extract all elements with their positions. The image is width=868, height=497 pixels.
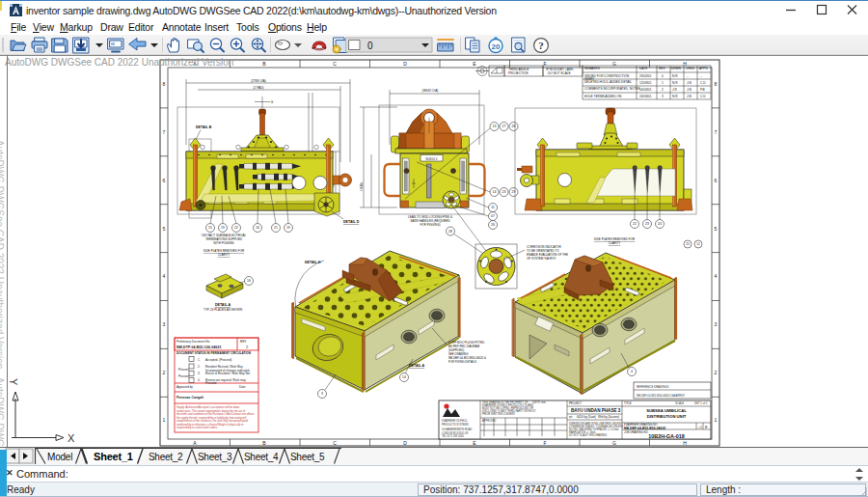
svg-text:C: C: [333, 440, 337, 446]
svg-text:Revise & Resubmit. Work May No: Revise & Resubmit. Work May Not: [205, 372, 250, 375]
svg-text:responsibility or control work: responsibility or control work orders.: [176, 426, 218, 429]
svg-text:C: C: [333, 61, 337, 67]
svg-text:Petronas Carigali: Petronas Carigali: [176, 396, 203, 400]
svg-text:CLARITY: CLARITY: [609, 241, 621, 245]
svg-text:TEL 0171 339 1000: TEL 0171 339 1000: [442, 434, 464, 438]
svg-text:FOR PIGGING): FOR PIGGING): [420, 223, 441, 227]
svg-text:TYP. 24 PLACES AS SHOWN: TYP. 24 PLACES AS SHOWN: [203, 308, 242, 312]
svg-text:5: 5: [715, 226, 718, 232]
svg-text:DETAIL A: DETAIL A: [409, 364, 425, 368]
svg-text:NB-DBF-04-B52-B56-04620 GA ARR: NB-DBF-04-B52-B56-04620 GA ARRGT: [637, 394, 685, 398]
svg-text:22: 22: [234, 226, 238, 230]
svg-text:1.: 1.: [198, 358, 201, 362]
svg-text:7: 7: [715, 129, 718, 135]
svg-text:WITH PIGGING: WITH PIGGING: [213, 241, 234, 245]
svg-text:REFERENCE DRAWINGS: REFERENCE DRAWINGS: [637, 385, 668, 389]
svg-text:1: 1: [662, 81, 664, 85]
svg-text:15: 15: [208, 226, 212, 230]
svg-text:14/03/01: 14/03/01: [639, 88, 652, 92]
svg-text:Sheet_1: Sheet_1: [94, 451, 133, 462]
svg-text:H648±: H648±: [360, 181, 364, 190]
svg-text:DETAIL A: DETAIL A: [215, 303, 231, 307]
svg-text:6410 kg (3=wt): 6410 kg (3=wt): [577, 415, 596, 419]
svg-text:APPD: APPD: [699, 67, 708, 70]
svg-text:23: 23: [502, 190, 506, 194]
svg-text:DRWN: DRWN: [671, 67, 682, 70]
svg-text:27: 27: [502, 124, 506, 128]
svg-text:Wtd kg (3=conn): Wtd kg (3=conn): [598, 415, 619, 419]
svg-text:J.R: J.R: [672, 88, 677, 92]
svg-text:16: 16: [247, 279, 251, 283]
svg-text:7: 7: [163, 129, 166, 135]
svg-text:DATE: DATE: [639, 67, 647, 70]
svg-text:LONDON W14 8UD UK: LONDON W14 8UD UK: [442, 431, 469, 435]
svg-text:1: 1: [163, 417, 166, 423]
svg-text:12/03/01: 12/03/01: [639, 81, 652, 85]
svg-text:3: 3: [321, 392, 323, 396]
svg-text:Accepted. (Proceed): Accepted. (Proceed): [205, 358, 231, 362]
svg-text:(2768 O/A): (2768 O/A): [251, 79, 266, 83]
svg-text:24: 24: [658, 222, 662, 226]
svg-text:?: ?: [538, 40, 544, 51]
svg-text:C.D: C.D: [700, 95, 706, 98]
svg-text:G: G: [612, 440, 616, 446]
svg-text:Approved by: Approved by: [176, 385, 193, 389]
svg-text:25: 25: [686, 242, 690, 246]
svg-text:J.N: J.N: [687, 95, 692, 98]
svg-text:07: 07: [491, 214, 495, 218]
svg-text:review parts. This review requ: review parts. This review requirements d…: [176, 409, 245, 413]
svg-text:Supply: Authorized Acceptor's: Supply: Authorized Acceptor's acceptance…: [176, 405, 240, 409]
svg-text:combined by or otherwise, a th: combined by or otherwise, a thorou/Weigh…: [176, 423, 244, 427]
svg-text:14: 14: [402, 375, 406, 379]
svg-text:REV: REV: [659, 67, 665, 70]
svg-text:20: 20: [492, 42, 501, 51]
svg-text:PRODUCTS SYSTEMS: PRODUCTS SYSTEMS: [442, 423, 469, 427]
svg-text:0: 0: [662, 74, 664, 78]
svg-text:Proceed: Proceed: [178, 374, 190, 378]
svg-text:3: 3: [163, 321, 166, 327]
svg-text:PROJECTION: PROJECTION: [508, 71, 529, 75]
svg-text:Model: Model: [47, 452, 72, 462]
svg-text:50 HAMMERSMITH ROAD: 50 HAMMERSMITH ROAD: [442, 428, 473, 431]
svg-text:6: 6: [163, 178, 166, 183]
svg-text:8: 8: [715, 81, 718, 87]
svg-text:UNITS: mm: UNITS: mm: [532, 400, 546, 404]
svg-text:Sheet_5: Sheet_5: [290, 452, 325, 462]
svg-text:BAYU UNDAN PHASE 3: BAYU UNDAN PHASE 3: [571, 408, 621, 413]
svg-text:C.D: C.D: [700, 81, 706, 85]
svg-text:2.: 2.: [198, 365, 201, 369]
svg-text:Proceed: Proceed: [205, 381, 217, 385]
svg-text:completeness of the resilience: completeness of the resilience, the shal…: [176, 419, 248, 423]
svg-text:3: 3: [715, 321, 718, 327]
svg-text:--: --: [687, 74, 689, 78]
svg-text:DETAIL B: DETAIL B: [196, 125, 212, 129]
svg-text:5: 5: [163, 226, 166, 232]
svg-text:D: D: [403, 61, 407, 67]
svg-text:Sheet_4: Sheet_4: [244, 452, 279, 462]
svg-text:DETAIL H: DETAIL H: [305, 261, 321, 264]
svg-text:DOCUMENT STATUS IN PERMANENT C: DOCUMENT STATUS IN PERMANENT CIRCULATION: [176, 351, 252, 355]
svg-text:Preliminary Document No:: Preliminary Document No:: [176, 340, 210, 344]
svg-text:SUDU 1: SUDU 1: [425, 157, 438, 161]
svg-text:4: 4: [163, 273, 166, 279]
svg-text:23/02/01: 23/02/01: [639, 74, 652, 78]
svg-text:N.R: N.R: [672, 81, 678, 85]
svg-text:F: F: [543, 440, 546, 446]
svg-text:HOLE TERMS ADDED ON: HOLE TERMS ADDED ON: [584, 95, 622, 98]
svg-text:+1: +1: [698, 426, 702, 429]
svg-text:10B2H-GA-018: 10B2H-GA-018: [648, 433, 684, 439]
svg-text:14: 14: [493, 190, 497, 194]
svg-text:(W632 O/A): (W632 O/A): [422, 89, 439, 93]
svg-text:1: 1: [715, 417, 718, 423]
svg-text:P.B: P.B: [700, 88, 705, 92]
svg-text:3.: 3.: [198, 372, 201, 375]
svg-text:REMARKS: REMARKS: [584, 67, 600, 70]
svg-text:0: 0: [367, 41, 373, 51]
svg-text:APPROVED: APPROVED: [482, 419, 497, 423]
svg-text:CLARITY: CLARITY: [218, 253, 231, 257]
svg-text:NW-DTP-04-B22-C06-04623: NW-DTP-04-B22-C06-04623: [176, 345, 221, 349]
svg-text:Sheet_2: Sheet_2: [149, 452, 183, 462]
svg-text:21: 21: [274, 226, 278, 230]
svg-text:COMMENTS INCORPORATED, NOTES: COMMENTS INCORPORATED, NOTES: [584, 87, 640, 91]
svg-text:OF SYSTEM VIA ROV: OF SYSTEM VIA ROV: [527, 257, 556, 261]
